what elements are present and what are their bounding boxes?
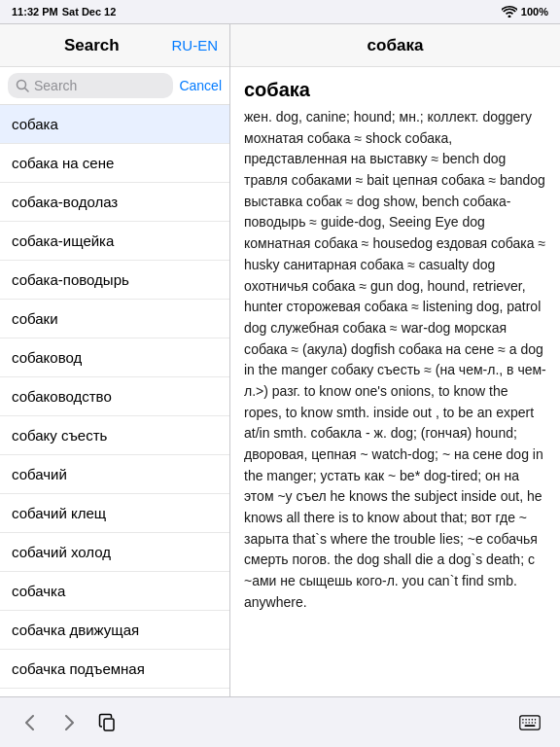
- forward-icon: [58, 712, 80, 733]
- list-item[interactable]: собачий клещ: [0, 494, 229, 533]
- word-list: собакасобака на сенесобака-водолазсобака…: [0, 105, 229, 696]
- list-item[interactable]: собаководство: [0, 377, 229, 416]
- list-item[interactable]: собачка движущая: [0, 611, 229, 650]
- status-time: 11:32 PM: [12, 6, 58, 18]
- search-bar: Cancel: [0, 67, 229, 105]
- bottom-toolbar: [0, 696, 560, 747]
- list-item[interactable]: собачий: [0, 455, 229, 494]
- lang-toggle-button[interactable]: RU-EN: [172, 37, 219, 53]
- search-input[interactable]: [34, 78, 165, 93]
- status-battery: 100%: [521, 6, 548, 18]
- list-item[interactable]: собака на сене: [0, 144, 229, 183]
- list-item[interactable]: собаки: [0, 300, 229, 338]
- svg-line-1: [25, 89, 29, 92]
- list-item[interactable]: собачка тормоза: [0, 689, 229, 696]
- keyboard-button[interactable]: [519, 712, 541, 733]
- status-time-date: 11:32 PM Sat Dec 12: [12, 6, 116, 18]
- list-item[interactable]: собака-поводырь: [0, 261, 229, 300]
- back-icon: [19, 712, 41, 733]
- list-item[interactable]: собака-водолаз: [0, 183, 229, 222]
- svg-rect-2: [104, 719, 114, 730]
- search-input-wrapper: [8, 73, 173, 98]
- toolbar-left: [19, 712, 119, 733]
- right-header: собака: [230, 24, 560, 67]
- status-date: Sat Dec 12: [62, 6, 117, 18]
- left-header: Search RU-EN: [0, 24, 229, 67]
- right-panel: собака собака жен. dog, canine; hound; м…: [230, 24, 560, 696]
- list-item[interactable]: собачий холод: [0, 533, 229, 572]
- toolbar-right: [519, 712, 541, 733]
- definition-text: жен. dog, canine; hound; мн.; коллект. d…: [244, 107, 546, 614]
- list-item[interactable]: собачка: [0, 572, 229, 611]
- status-indicators: 100%: [502, 6, 548, 18]
- wifi-icon: [502, 6, 517, 18]
- list-item[interactable]: собачка подъемная: [0, 650, 229, 689]
- list-item[interactable]: собака: [0, 105, 229, 144]
- back-button[interactable]: [19, 712, 41, 733]
- forward-button[interactable]: [58, 712, 80, 733]
- keyboard-icon: [519, 712, 541, 733]
- cancel-button[interactable]: Cancel: [179, 78, 222, 93]
- list-item[interactable]: собака-ищейка: [0, 222, 229, 261]
- right-content: собака жен. dog, canine; hound; мн.; кол…: [230, 67, 560, 696]
- copy-button[interactable]: [97, 712, 119, 733]
- status-bar: 11:32 PM Sat Dec 12 100%: [0, 0, 560, 23]
- left-panel-title: Search: [12, 36, 172, 55]
- copy-icon: [97, 712, 119, 733]
- list-item[interactable]: собаковод: [0, 338, 229, 377]
- list-item[interactable]: собаку съесть: [0, 416, 229, 455]
- main-container: Search RU-EN Cancel собакасобака на сене…: [0, 23, 560, 696]
- definition-title: собака: [244, 79, 546, 101]
- search-icon: [16, 79, 29, 92]
- left-panel: Search RU-EN Cancel собакасобака на сене…: [0, 24, 230, 696]
- right-header-word: собака: [368, 36, 424, 55]
